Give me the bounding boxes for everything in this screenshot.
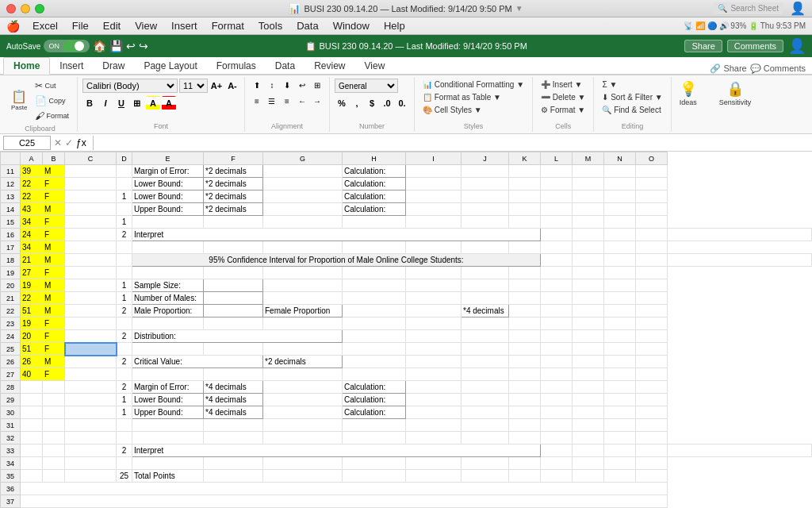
cell-E19[interactable] [132,267,204,279]
cell-N16[interactable] [636,229,668,241]
cell-L19[interactable] [541,267,573,279]
cell-D25[interactable] [117,343,132,356]
cell-G21[interactable] [263,292,343,305]
menu-data[interactable]: Data [290,18,324,33]
cell-K14[interactable] [509,203,541,216]
cell-E22[interactable]: Male Proportion: [132,305,204,318]
cell-O11[interactable] [636,165,668,178]
cell-H17[interactable] [343,241,406,254]
cell-A34[interactable] [21,457,43,470]
cell-M18[interactable] [604,254,636,267]
account-avatar[interactable]: 👤 [788,37,806,55]
align-top-button[interactable]: ⬆ [250,79,264,91]
cell-E25[interactable] [132,343,204,356]
cell-K29[interactable] [509,394,541,406]
cell-M27[interactable] [573,368,604,381]
undo-icon[interactable]: ↩ [126,40,136,52]
cell-O16[interactable] [668,229,812,241]
cell-M33[interactable] [604,444,636,457]
cell-G34[interactable] [263,457,343,470]
cell-J35[interactable] [462,470,509,483]
cell-K27[interactable] [509,368,541,381]
cell-L35[interactable] [541,470,573,483]
cell-D20[interactable]: 1 [117,279,132,292]
cell-H29[interactable]: Calculation: [343,394,406,406]
cell-B19[interactable]: F [43,267,65,279]
cell-B18[interactable]: M [43,254,65,267]
align-middle-button[interactable]: ↕ [265,79,279,91]
col-header-G[interactable]: G [263,152,343,165]
cell-D28[interactable]: 2 [117,381,132,394]
cell-A30[interactable] [21,406,43,419]
cell-C32[interactable] [65,432,117,444]
tab-review[interactable]: Review [304,58,354,74]
cell-O15[interactable] [636,216,668,229]
cell-E14[interactable]: Upper Bound: [132,203,204,216]
maximize-button[interactable] [35,4,44,13]
cell-A12[interactable]: 22 [21,178,43,190]
underline-button[interactable]: U [114,96,128,110]
close-button[interactable] [6,4,16,13]
cell-E13[interactable]: Lower Bound: [132,190,204,203]
cell-N13[interactable] [604,190,636,203]
cell-N23[interactable] [604,318,636,330]
cell-B31[interactable] [43,419,65,432]
cell-H27[interactable] [343,368,406,381]
cell-C21[interactable] [65,292,117,305]
col-header-F[interactable]: F [204,152,263,165]
cell-I29[interactable] [406,394,462,406]
cell-D14[interactable] [117,203,132,216]
cell-interpret-1[interactable]: Interpret [132,229,541,241]
cell-B29[interactable] [43,394,65,406]
cell-H21[interactable] [343,292,406,305]
cell-L20[interactable] [541,279,573,292]
delete-cells-button[interactable]: ➖ Delete ▼ [538,91,588,103]
cell-O13[interactable] [636,190,668,203]
cell-E30[interactable]: Upper Bound: [132,406,204,419]
cell-H22[interactable] [343,305,406,318]
cell-B16[interactable]: F [43,229,65,241]
ideas-button[interactable]: 💡Ideas [676,79,700,108]
cell-J26[interactable] [462,356,509,368]
cell-K24[interactable] [509,330,541,343]
cell-K35[interactable] [509,470,541,483]
cell-I26[interactable] [406,356,462,368]
col-header-J[interactable]: J [462,152,509,165]
cell-D21[interactable]: 1 [117,292,132,305]
cell-B21[interactable]: M [43,292,65,305]
cell-N17[interactable] [604,241,636,254]
cell-B32[interactable] [43,432,65,444]
cell-M21[interactable] [573,292,604,305]
cell-J25[interactable] [462,343,509,356]
cell-J12[interactable] [462,178,509,190]
cell-M11[interactable] [573,165,604,178]
cell-styles-button[interactable]: 🎨 Cell Styles ▼ [419,104,527,116]
cell-A13[interactable]: 22 [21,190,43,203]
cell-K18[interactable] [541,254,573,267]
menu-edit[interactable]: Edit [97,18,127,33]
cell-J15[interactable] [462,216,509,229]
cell-N25[interactable] [604,343,636,356]
cell-A16[interactable]: 24 [21,229,43,241]
cell-J28[interactable] [462,381,509,394]
cell-D34[interactable] [117,457,132,470]
menu-insert[interactable]: Insert [165,18,204,33]
cell-M29[interactable] [573,394,604,406]
cell-O35[interactable] [636,470,668,483]
cell-I30[interactable] [406,406,462,419]
bold-button[interactable]: B [82,96,97,110]
cell-K33[interactable] [541,444,573,457]
cell-H14[interactable]: Calculation: [343,203,406,216]
cell-D22[interactable]: 2 [117,305,132,318]
cell-F32[interactable] [204,432,263,444]
cell-F17[interactable] [204,241,263,254]
cell-B34[interactable] [43,457,65,470]
cell-G12[interactable] [263,178,343,190]
cell-B26[interactable]: M [43,356,65,368]
cell-D11[interactable] [117,165,132,178]
cell-F15[interactable] [204,216,263,229]
cell-I19[interactable] [406,267,462,279]
cell-A27[interactable]: 40 [21,368,43,381]
cell-N33[interactable] [636,444,668,457]
home-icon[interactable]: 🏠 [93,40,106,52]
